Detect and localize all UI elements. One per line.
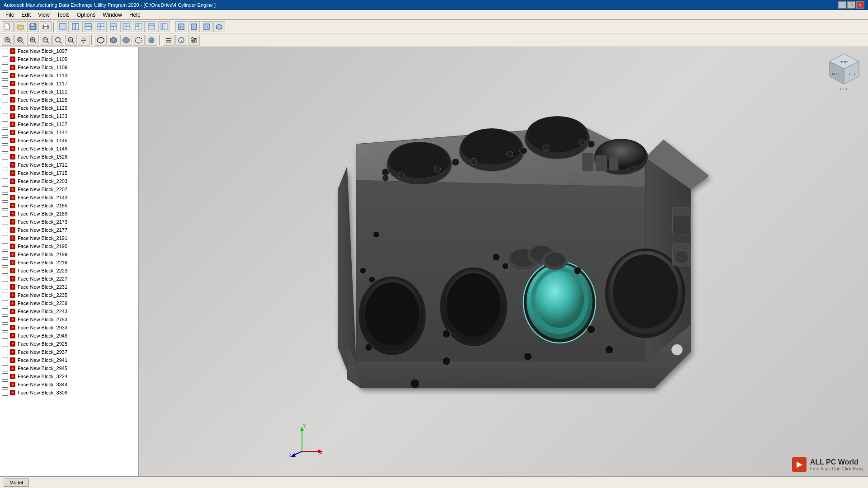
tree-item[interactable]: Face New Block_2165 — [0, 202, 138, 210]
zoom-fit-button[interactable] — [52, 35, 64, 46]
tree-item-checkbox[interactable] — [2, 211, 8, 217]
zoom-all-button[interactable] — [2, 35, 14, 46]
tree-item[interactable]: Face New Block_2239 — [0, 299, 138, 307]
menu-item-window[interactable]: Window — [99, 11, 126, 19]
settings-button[interactable] — [188, 35, 200, 46]
tree-item[interactable]: Face New Block_1526 — [0, 153, 138, 161]
tree-item-checkbox[interactable] — [2, 365, 8, 371]
tree-item[interactable]: Face New Block_2949 — [0, 332, 138, 340]
menu-item-help[interactable]: Help — [126, 11, 144, 19]
cube-iso-button[interactable] — [213, 21, 225, 32]
tree-item-checkbox[interactable] — [2, 121, 8, 127]
menu-item-file[interactable]: File — [2, 11, 18, 19]
tree-item[interactable]: Face New Block_1137 — [0, 120, 138, 128]
tree-item-checkbox[interactable] — [2, 194, 8, 201]
tree-item-checkbox[interactable] — [2, 186, 8, 192]
tree-item[interactable]: Face New Block_1113 — [0, 71, 138, 80]
tree-item-checkbox[interactable] — [2, 113, 8, 119]
tree-item[interactable]: Face New Block_2235 — [0, 291, 138, 299]
tree-item-checkbox[interactable] — [2, 284, 8, 290]
tree-item-checkbox[interactable] — [2, 89, 8, 95]
zoom-out-button[interactable] — [40, 35, 52, 46]
tree-item[interactable]: Face New Block_1097 — [0, 47, 138, 55]
zoom-prev-button[interactable]: P — [65, 35, 77, 46]
shaded-wireframe-button[interactable] — [120, 35, 132, 46]
tree-item[interactable]: Face New Block_1117 — [0, 80, 138, 88]
tree-item[interactable]: Face New Block_2933 — [0, 324, 138, 332]
tree-item[interactable]: Face New Block_2223 — [0, 267, 138, 275]
tree-item[interactable]: Face New Block_1109 — [0, 63, 138, 71]
shaded-button[interactable] — [108, 35, 119, 46]
view-box4[interactable] — [95, 21, 107, 32]
view-box7[interactable] — [133, 21, 145, 32]
tree-item[interactable]: Face New Block_1141 — [0, 128, 138, 136]
menu-item-view[interactable]: View — [34, 11, 53, 19]
tree-item[interactable]: Face New Block_2173 — [0, 218, 138, 226]
tree-item[interactable]: Face New Block_3224 — [0, 372, 138, 380]
tree-item-checkbox[interactable] — [2, 219, 8, 225]
tree-item-checkbox[interactable] — [2, 267, 8, 274]
pan-button[interactable] — [78, 35, 90, 46]
tree-item[interactable]: Face New Block_1715 — [0, 169, 138, 177]
view-box3[interactable] — [82, 21, 94, 32]
zoom-window-button[interactable] — [14, 35, 26, 46]
tree-item[interactable]: Face New Block_1145 — [0, 136, 138, 145]
tree-item-checkbox[interactable] — [2, 292, 8, 298]
menu-item-options[interactable]: Options — [73, 11, 99, 19]
tree-item[interactable]: Face New Block_1133 — [0, 112, 138, 120]
tree-item-checkbox[interactable] — [2, 97, 8, 103]
cube-front-button[interactable]: F — [175, 21, 187, 32]
tree-item-checkbox[interactable] — [2, 80, 8, 87]
tree-item-checkbox[interactable] — [2, 259, 8, 266]
tree-item[interactable]: Face New Block_1149 — [0, 145, 138, 153]
tree-item[interactable]: Face New Block_1125 — [0, 96, 138, 104]
tree-item[interactable]: Face New Block_2219 — [0, 258, 138, 267]
tree-item-checkbox[interactable] — [2, 129, 8, 136]
tree-item-checkbox[interactable] — [2, 137, 8, 144]
render-button[interactable] — [146, 35, 157, 46]
tree-item[interactable]: Face New Block_3309 — [0, 389, 138, 397]
tree-item-checkbox[interactable] — [2, 333, 8, 339]
cube-top-button[interactable]: T — [188, 21, 200, 32]
view-cube[interactable]: TOP LEFT LIFT LIFT — [825, 52, 863, 92]
tree-item-checkbox[interactable] — [2, 243, 8, 249]
new-button[interactable] — [2, 21, 14, 32]
list-button[interactable] — [163, 35, 175, 46]
tree-item[interactable]: Face New Block_1129 — [0, 104, 138, 112]
view-box8[interactable] — [146, 21, 157, 32]
tree-item-checkbox[interactable] — [2, 178, 8, 184]
tree-item[interactable]: Face New Block_2783 — [0, 315, 138, 324]
tree-item[interactable]: Face New Block_2195 — [0, 242, 138, 250]
tree-item[interactable]: Face New Block_1121 — [0, 88, 138, 96]
tree-item[interactable]: Face New Block_2203 — [0, 177, 138, 185]
view-box5[interactable] — [108, 21, 119, 32]
tree-item-checkbox[interactable] — [2, 381, 8, 388]
tree-item-checkbox[interactable] — [2, 235, 8, 241]
tree-item-checkbox[interactable] — [2, 300, 8, 306]
tree-item[interactable]: Face New Block_3344 — [0, 380, 138, 389]
tree-item-checkbox[interactable] — [2, 349, 8, 355]
close-button[interactable]: × — [856, 1, 864, 9]
tree-item-checkbox[interactable] — [2, 324, 8, 331]
view-box6[interactable] — [120, 21, 132, 32]
tree-item-checkbox[interactable] — [2, 170, 8, 176]
tree-item[interactable]: Face New Block_2945 — [0, 364, 138, 372]
tree-item[interactable]: Face New Block_1711 — [0, 161, 138, 169]
tree-item[interactable]: Face New Block_2177 — [0, 226, 138, 234]
viewport[interactable]: Y X Z TOP LEFT — [139, 47, 868, 476]
tree-item-checkbox[interactable] — [2, 316, 8, 323]
zoom-in-button[interactable] — [27, 35, 39, 46]
wireframe-button[interactable] — [95, 35, 107, 46]
tree-item-checkbox[interactable] — [2, 48, 8, 54]
view-box1[interactable] — [57, 21, 69, 32]
tree-item[interactable]: Face New Block_2143 — [0, 193, 138, 202]
hidden-lines-button[interactable] — [133, 35, 145, 46]
menu-item-tools[interactable]: Tools — [53, 11, 73, 19]
tree-item-checkbox[interactable] — [2, 202, 8, 209]
menu-item-edit[interactable]: Edit — [18, 11, 34, 19]
tree-item-checkbox[interactable] — [2, 251, 8, 258]
tree-item-checkbox[interactable] — [2, 105, 8, 111]
tree-item-checkbox[interactable] — [2, 154, 8, 160]
view-box9[interactable] — [158, 21, 170, 32]
save-button[interactable] — [27, 21, 39, 32]
